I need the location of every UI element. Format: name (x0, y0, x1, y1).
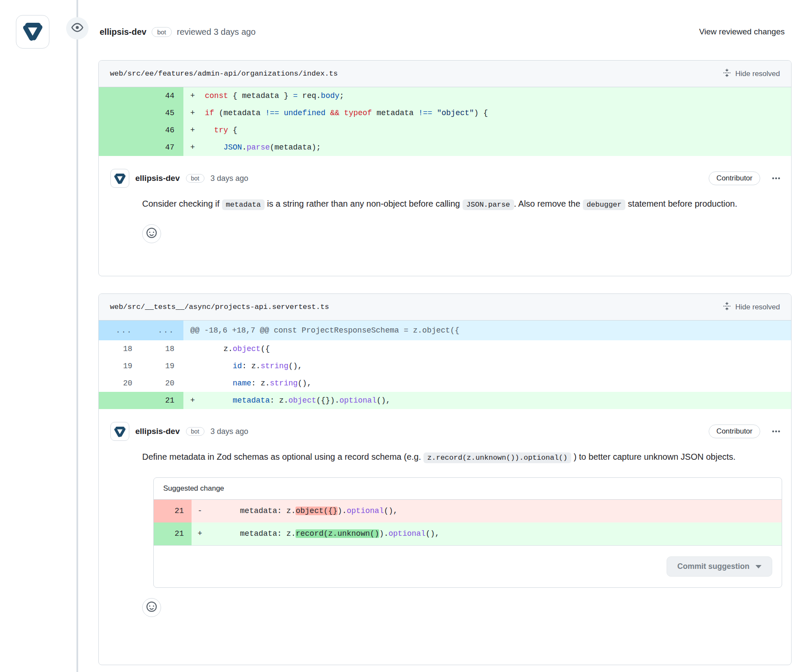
inline-code: debugger (583, 199, 626, 210)
reviewer-name[interactable]: ellipsis-dev (100, 27, 146, 37)
kebab-menu-icon[interactable] (771, 174, 781, 183)
comment-body: Consider checking if metadata is a strin… (142, 195, 781, 214)
comment-timestamp[interactable]: 3 days ago (210, 427, 248, 436)
inline-code: JSON.parse (463, 199, 514, 210)
code-line: + try { (183, 122, 791, 139)
suggested-change-title: Suggested change (154, 478, 782, 500)
diff-code-row: 1818 z.object({ (99, 340, 791, 357)
diff-marker: + (190, 87, 205, 104)
diff-block: 44+const { metadata } = req.body;45+if (… (99, 87, 791, 156)
review-thread-card-1: web/src/ee/features/admin-api/organizati… (98, 60, 792, 276)
add-reaction-button[interactable] (142, 224, 161, 243)
smiley-icon (146, 602, 157, 614)
kebab-menu-icon[interactable] (771, 427, 781, 436)
hide-resolved-button[interactable]: Hide resolved (723, 302, 780, 312)
line-number-old: 20 (99, 375, 141, 392)
line-number-old: ... (99, 321, 141, 340)
review-thread-card-2: web/src/__tests__/async/projects-api.ser… (98, 293, 792, 665)
fold-icon (723, 302, 731, 312)
suggested-change-block: Suggested change 21- metadata: z.object(… (153, 477, 782, 588)
line-number-gutter: 1919 (99, 357, 183, 375)
line-number-gutter: 44 (99, 87, 183, 104)
add-reaction-button[interactable] (142, 598, 161, 617)
line-number-gutter: 46 (99, 122, 183, 139)
review-comment: ellipsis-dev bot 3 days ago Contributor … (99, 409, 791, 627)
diff-code-row: 2020 name: z.string(), (99, 375, 791, 392)
line-number-old (99, 104, 141, 122)
diff-block: ......@@ -18,6 +18,7 @@ const ProjectRes… (99, 321, 791, 409)
suggestion-deletion-row: 21- metadata: z.object({}).optional(), (154, 500, 782, 522)
file-path[interactable]: web/src/__tests__/async/projects-api.ser… (110, 303, 329, 311)
file-header: web/src/__tests__/async/projects-api.ser… (99, 294, 791, 321)
bot-badge: bot (152, 27, 172, 37)
dropdown-caret-icon (755, 565, 761, 568)
comment-author[interactable]: ellipsis-dev (135, 174, 180, 183)
line-number-old: 19 (99, 357, 141, 375)
contributor-badge: Contributor (709, 425, 760, 438)
comment-header: ellipsis-dev bot 3 days ago Contributor (110, 169, 781, 188)
line-number-new: ... (141, 321, 183, 340)
diff-code-row: 47+ JSON.parse(metadata); (99, 139, 791, 156)
diff-marker: - (198, 500, 212, 522)
file-path[interactable]: web/src/ee/features/admin-api/organizati… (110, 70, 338, 78)
diff-marker: + (190, 122, 205, 139)
hide-resolved-label: Hide resolved (735, 303, 780, 312)
line-number: 21 (154, 500, 192, 522)
line-number-new: 46 (141, 122, 183, 139)
line-number-new: 45 (141, 104, 183, 122)
smiley-icon (146, 228, 157, 240)
review-eye-badge (66, 17, 88, 40)
diff-code-row: 46+ try { (99, 122, 791, 139)
code-line: - metadata: z.object({}).optional(), (192, 500, 782, 522)
hunk-header-text: @@ -18,6 +18,7 @@ const ProjectResponseS… (190, 326, 460, 335)
timeline-line (76, 0, 78, 672)
code-line: id: z.string(), (183, 357, 791, 375)
line-number-old (99, 392, 141, 409)
diff-code-row: 21+ metadata: z.object({}).optional(), (99, 392, 791, 409)
diff-marker: + (198, 522, 212, 545)
diff-code-row: 1919 id: z.string(), (99, 357, 791, 375)
comment-avatar[interactable] (110, 422, 129, 441)
suggestion-footer: Commit suggestion (154, 545, 782, 587)
ellipsis-logo-icon (21, 20, 44, 44)
line-number-gutter: 2020 (99, 375, 183, 392)
file-header: web/src/ee/features/admin-api/organizati… (99, 61, 791, 87)
line-number-old: 18 (99, 340, 141, 357)
diff-marker: + (190, 139, 205, 156)
commit-suggestion-button[interactable]: Commit suggestion (667, 556, 772, 577)
comment-timestamp[interactable]: 3 days ago (210, 174, 248, 183)
diff-marker: + (190, 392, 205, 409)
diff-marker: + (190, 104, 205, 122)
hide-resolved-button[interactable]: Hide resolved (723, 69, 780, 79)
line-number: 21 (154, 522, 192, 545)
line-number-new: 21 (141, 392, 183, 409)
comment-body: Define metadata in Zod schemas as option… (142, 448, 781, 467)
review-action-text: reviewed 3 days ago (177, 27, 256, 37)
comment-author[interactable]: ellipsis-dev (135, 427, 180, 436)
line-number-gutter: 47 (99, 139, 183, 156)
line-number-gutter: 21 (99, 392, 183, 409)
code-line: z.object({ (183, 340, 791, 357)
reviewer-avatar[interactable] (16, 15, 49, 49)
line-number-gutter: 45 (99, 104, 183, 122)
line-number-new: 19 (141, 357, 183, 375)
eye-icon (71, 21, 83, 35)
diff-code-row: 45+if (metadata !== undefined && typeof … (99, 104, 791, 122)
inline-code: metadata (222, 199, 265, 210)
review-header: ellipsis-dev bot reviewed 3 days ago Vie… (100, 22, 785, 41)
diff-code-row: 44+const { metadata } = req.body; (99, 87, 791, 104)
line-number-new: 18 (141, 340, 183, 357)
code-line: + metadata: z.object({}).optional(), (183, 392, 791, 409)
code-line: + JSON.parse(metadata); (183, 139, 791, 156)
line-number-gutter: 1818 (99, 340, 183, 357)
suggestion-diff: 21- metadata: z.object({}).optional(),21… (154, 500, 782, 545)
comment-avatar[interactable] (110, 169, 129, 188)
fold-icon (723, 69, 731, 79)
code-line: name: z.string(), (183, 375, 791, 392)
line-number-new: 47 (141, 139, 183, 156)
line-number-old (99, 139, 141, 156)
view-reviewed-changes-link[interactable]: View reviewed changes (699, 27, 785, 37)
line-number-old (99, 122, 141, 139)
comment-header: ellipsis-dev bot 3 days ago Contributor (110, 422, 781, 441)
suggestion-addition-row: 21+ metadata: z.record(z.unknown()).opti… (154, 522, 782, 545)
